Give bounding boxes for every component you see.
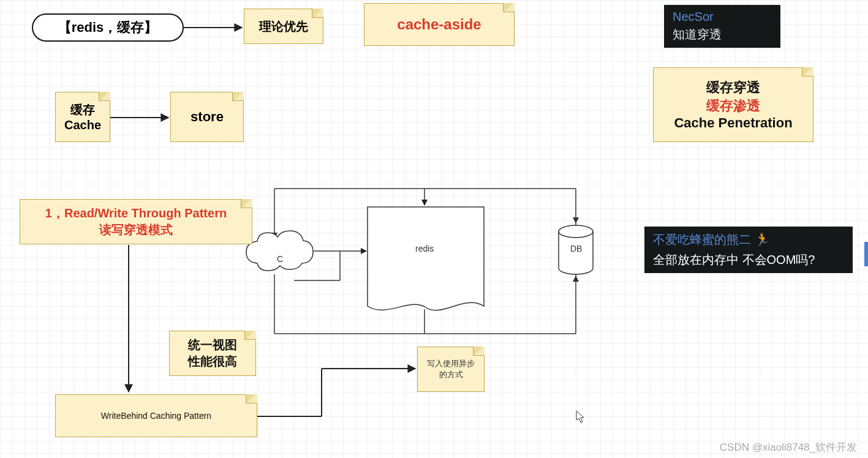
title-text: 【redis，缓存】 [58, 18, 158, 37]
running-emoji-icon: 🏃 [755, 233, 770, 246]
svg-point-0 [559, 225, 593, 238]
note-rw-through[interactable]: 1，Read/Write Through Pattern 读写穿透模式 [20, 199, 252, 244]
chat-box-1: NecSor 知道穿透 [664, 5, 780, 48]
note-unified-line2: 性能很高 [188, 353, 237, 370]
note-store-text: store [191, 109, 224, 125]
client-label: C [277, 254, 283, 264]
redis-shape [368, 207, 484, 310]
db-label: DB [570, 244, 582, 253]
chat-box-2: 不爱吃蜂蜜的熊二 🏃 全部放在内存中 不会OOM吗? [644, 227, 853, 273]
watermark: CSDN @xiaoli8748_软件开发 [720, 440, 857, 454]
note-cache-line1: 缓存 [70, 102, 95, 118]
note-cache-aside-text: cache-aside [397, 16, 481, 33]
note-cache-line2: Cache [64, 118, 101, 132]
chat1-name: NecSor [673, 10, 772, 24]
note-async-line1: 写入使用异步 [427, 358, 475, 369]
diag-br-arrowhead [573, 276, 579, 282]
title-capsule[interactable]: 【redis，缓存】 [32, 13, 184, 42]
note-rw-line1: 1，Read/Write Through Pattern [45, 205, 227, 222]
redis-label: redis [415, 244, 434, 253]
note-penetration-line3: Cache Penetration [674, 115, 792, 131]
diag-left-arrowhead [271, 233, 277, 239]
chat2-name: 不爱吃蜂蜜的熊二 [653, 233, 751, 246]
note-async-line2: 的方式 [439, 369, 463, 380]
chat1-msg: 知道穿透 [673, 26, 772, 43]
note-rw-line2: 读写穿透模式 [99, 222, 173, 238]
note-cache-aside[interactable]: cache-aside [364, 3, 515, 46]
note-penetration-line1: 缓存穿透 [706, 78, 760, 97]
chat2-msg: 全部放在内存中 不会OOM吗? [653, 252, 844, 268]
diag-right-arrowhead [573, 217, 579, 223]
diagram-canvas: 【redis，缓存】 理论优先 cache-aside 缓存 Cache sto… [0, 0, 868, 458]
note-theory[interactable]: 理论优先 [244, 9, 323, 44]
note-async[interactable]: 写入使用异步 的方式 [417, 347, 485, 392]
client-cloud [246, 231, 313, 271]
note-store[interactable]: store [170, 92, 244, 142]
note-penetration[interactable]: 缓存穿透 缓存渗透 Cache Penetration [653, 67, 813, 142]
note-cache[interactable]: 缓存 Cache [55, 92, 110, 142]
note-theory-text: 理论优先 [259, 18, 308, 35]
note-unified-view[interactable]: 统一视图 性能很高 [169, 331, 256, 376]
note-write-behind[interactable]: WriteBehind Caching Pattern [55, 394, 257, 437]
note-penetration-line2: 缓存渗透 [706, 97, 760, 115]
mouse-cursor-icon [576, 410, 586, 424]
chat2-name-row: 不爱吃蜂蜜的熊二 🏃 [653, 231, 844, 248]
note-write-behind-text: WriteBehind Caching Pattern [101, 411, 211, 421]
note-unified-line1: 统一视图 [188, 337, 237, 353]
accent-bar [864, 242, 868, 266]
